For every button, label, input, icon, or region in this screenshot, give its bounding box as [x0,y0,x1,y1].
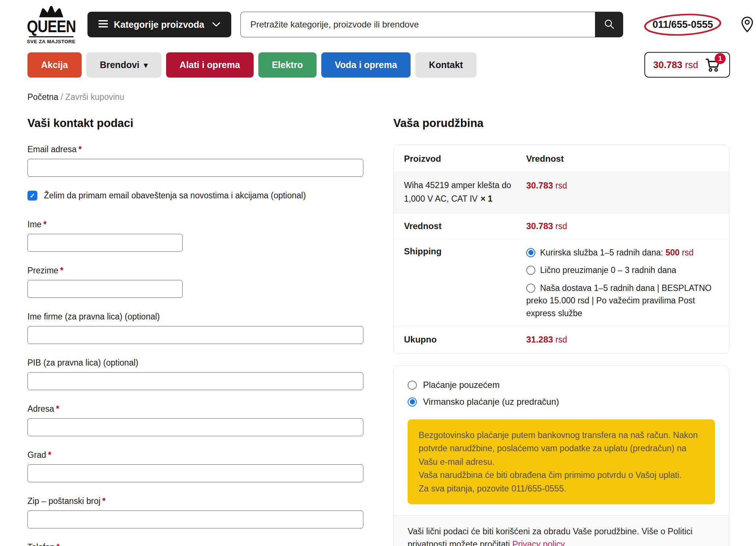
subtotal-price: 30.783 rsd [526,221,567,231]
payment-option-pouzecem: Plaćanje pouzećem [408,380,715,390]
order-summary-card: Proizvod Vrednost Wiha 45219 amper klešt… [393,145,729,354]
shipping-option-kurirska: Kurirska služba 1–5 radnih dana: 500 rsd [526,246,719,259]
first-name-field[interactable] [27,234,183,252]
contact-form-section: Vaši kontakt podaci Email adresa* ✓ Želi… [27,117,363,546]
shipping-option-price: 500 rsd [666,248,694,257]
payment-card: Plaćanje pouzećem Virmansko plaćanje (uz… [393,366,729,546]
column-header-value: Vrednost [526,154,719,164]
newsletter-row: ✓ Želim da primam email obaveštenja sa n… [27,191,363,201]
field-prezime: Prezime* [27,266,363,298]
categories-button[interactable]: Kategorije proizvoda [87,12,231,37]
field-label-text: Ime [27,220,41,229]
shipping-option-radio[interactable] [526,248,535,257]
location-pin-icon [739,16,755,34]
checkout-page: QUEEN SVE ZA MAJSTORE Kategorije proizvo… [0,0,756,546]
breadcrumb-home[interactable]: Početna [27,92,58,102]
nav-label: Kontakt [429,60,463,70]
main-nav: Akcija Brendovi ▾ Alati i oprema Elektro… [0,52,756,78]
newsletter-checkbox[interactable]: ✓ [27,191,37,201]
shipping-option-radio[interactable] [526,266,535,275]
check-icon: ✓ [30,192,35,200]
address-field[interactable] [27,418,363,436]
search-bar [240,12,623,37]
product-price: 30.783 rsd [526,181,567,190]
column-header-product: Proizvod [404,154,526,164]
last-name-field[interactable] [27,280,183,298]
order-product-row: Wiha 45219 amper klešta do 1,000 V AC, C… [394,171,729,213]
field-label-text: Ime firme (za pravna lica) (optional) [27,312,160,321]
field-label: Adresa* [27,404,363,414]
shipping-option-radio[interactable] [526,284,535,293]
field-label: Grad* [27,450,363,460]
contact-form-title: Vaši kontakt podaci [27,117,363,130]
price-currency: rsd [555,221,567,231]
shipping-label: Shipping [404,246,526,320]
logo-subtitle: SVE ZA MAJSTORE [27,39,76,44]
field-label: PIB (za pravna lica) (optional) [27,358,363,368]
product-cell: Wiha 45219 amper klešta do 1,000 V AC, C… [404,179,526,206]
breadcrumb-separator: / [61,92,63,102]
nav-item-akcija[interactable]: Akcija [27,52,82,78]
field-telefon: Telefon* [27,542,363,546]
field-label-text: Prezime [27,266,58,275]
field-label-text: Email adresa [27,145,76,154]
order-subtotal-row: Vrednost 30.783 rsd [394,213,729,239]
zip-field[interactable] [27,511,363,528]
nav-label: Elektro [272,60,303,70]
price-currency: rsd [682,248,693,257]
nav-label: Akcija [41,60,68,70]
pib-field[interactable] [27,372,363,390]
total-price: 31.283 rsd [526,335,567,344]
order-table-header: Proizvod Vrednost [394,145,729,171]
nav-item-kontakt[interactable]: Kontakt [415,52,476,78]
field-label: Prezime* [27,266,363,276]
company-name-field[interactable] [27,326,363,344]
nav-item-alati-i-oprema[interactable]: Alati i oprema [166,52,254,78]
location-button[interactable] [739,16,755,34]
categories-button-label: Kategorije proizvoda [114,19,204,30]
nav-item-voda-i-oprema[interactable]: Voda i oprema [321,52,411,78]
order-shipping-row: Shipping Kurirska služba 1–5 radnih dana… [394,239,729,327]
dropdown-caret-icon: ▾ [144,61,148,69]
shipping-option-nasa-dostava: Naša dostava 1–5 radnih dana | BESPLATNO… [526,282,719,320]
price-amount: 500 [666,248,680,257]
store-logo[interactable]: QUEEN SVE ZA MAJSTORE [27,5,75,44]
order-section: Vaša porudžbina Proizvod Vrednost Wiha 4… [393,117,729,546]
privacy-policy-link[interactable]: Privacy policy [512,539,564,546]
field-ime: Ime* [27,220,363,252]
bank-transfer-notice: Bezgotovinsko plaćanje putem bankovnog t… [408,419,715,504]
search-button[interactable] [595,12,623,37]
shipping-option-text: Kurirska služba 1–5 radnih dana: [540,248,663,257]
cart-button[interactable]: 30.783 rsd 1 [644,52,730,78]
nav-item-elektro[interactable]: Elektro [258,52,317,78]
payment-option-radio[interactable] [408,381,417,390]
field-label: Email adresa* [27,145,363,154]
notice-line: Za sva pitanja, pozovite 011/655-0555. [419,482,704,495]
field-label: Ime* [27,220,363,229]
field-label-text: Adresa [27,404,54,414]
header: QUEEN SVE ZA MAJSTORE Kategorije proizvo… [0,0,756,43]
search-input[interactable] [240,12,598,37]
payment-option-radio[interactable] [408,397,417,407]
logo-divider [29,36,74,37]
logo-title: QUEEN [27,18,76,35]
breadcrumb: Početna / Završi kupovinu [0,92,756,102]
price-amount: 31.283 [526,334,553,344]
privacy-text: . [564,539,567,546]
notice-line: Bezgotovinsko plaćanje putem bankovnog t… [419,429,704,468]
privacy-note: Vaši lični podaci će biti korišćeni za o… [394,515,729,546]
subtotal-price-cell: 30.783 rsd [526,221,719,231]
nav-item-brendovi[interactable]: Brendovi ▾ [86,52,161,78]
price-currency: rsd [555,181,567,190]
search-icon [603,18,615,31]
shipping-option-text: Naša dostava 1–5 radnih dana | BESPLATNO… [526,283,711,318]
payment-option-virmansko: Virmansko plaćanje (uz predračun) [408,397,715,407]
city-field[interactable] [27,464,363,482]
phone-link[interactable]: 011/655-0555 [643,12,722,37]
email-field[interactable] [27,159,363,177]
nav-label: Voda i oprema [335,60,397,70]
required-marker: * [48,450,51,460]
price-amount: 30.783 [526,221,553,231]
phone-number: 011/655-0555 [652,19,713,30]
shipping-option-text: Lično preuzimanje 0 – 3 radnih dana [540,265,676,275]
